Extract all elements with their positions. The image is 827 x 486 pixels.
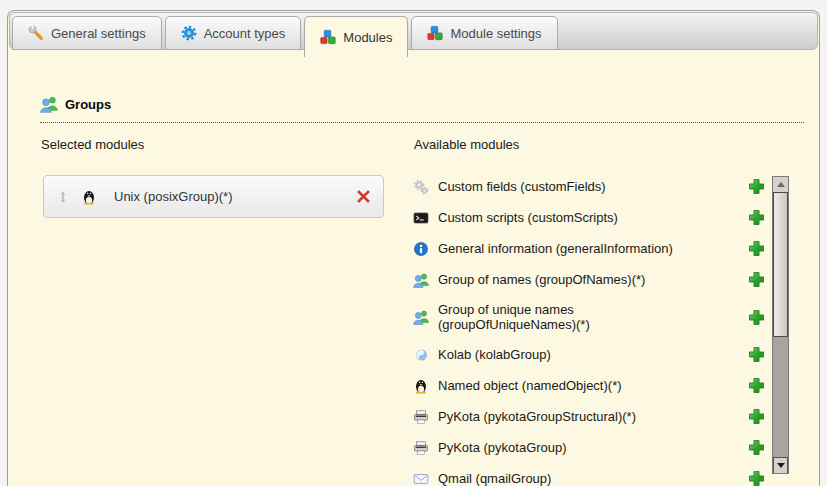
- tab-account-types[interactable]: Account types: [165, 16, 302, 50]
- scrollbar-up-button[interactable]: [773, 177, 788, 193]
- group-icon: [413, 309, 429, 325]
- groups-section-header: Groups: [40, 95, 804, 123]
- wrench-icon: [28, 25, 44, 41]
- module-label: Custom scripts (customScripts): [438, 210, 618, 225]
- section-title: Groups: [65, 97, 111, 112]
- module-label: Kolab (kolabGroup): [438, 347, 551, 362]
- add-module-button[interactable]: [748, 178, 765, 195]
- available-module-row: Kolab (kolabGroup): [413, 346, 765, 363]
- gears-icon: [413, 179, 429, 195]
- selected-modules-heading: Selected modules: [41, 137, 144, 152]
- plus-icon: [748, 408, 765, 425]
- move-handle-icon[interactable]: [56, 190, 70, 204]
- info-icon: [413, 241, 429, 257]
- plus-icon: [748, 346, 765, 363]
- plus-icon: [748, 178, 765, 195]
- available-modules-scrollbar[interactable]: [772, 176, 789, 474]
- available-module-row: Custom fields (customFields): [413, 178, 765, 195]
- available-modules-heading: Available modules: [414, 137, 519, 152]
- modules-icon: [320, 29, 336, 45]
- delete-icon: [356, 189, 371, 204]
- printer-icon: [413, 409, 429, 425]
- plus-icon: [748, 470, 765, 486]
- tux-icon: [413, 378, 429, 394]
- plus-icon: [748, 377, 765, 394]
- scrollbar-down-button[interactable]: [773, 457, 788, 473]
- scrollbar-thumb[interactable]: [773, 192, 788, 337]
- module-label: General information (generalInformation): [438, 241, 673, 256]
- tab-label: General settings: [51, 26, 146, 41]
- module-label: Group of unique names (groupOfUniqueName…: [438, 302, 638, 332]
- available-module-row: Named object (namedObject)(*): [413, 377, 765, 394]
- arrow-down-icon: [777, 463, 785, 468]
- module-label: PyKota (pykotaGroupStructural)(*): [438, 409, 636, 424]
- tab-label: Module settings: [450, 26, 541, 41]
- gear-icon: [181, 25, 197, 41]
- available-module-row: PyKota (pykotaGroupStructural)(*): [413, 408, 765, 425]
- groups-icon: [40, 95, 58, 113]
- tab-modules[interactable]: Modules: [304, 16, 408, 57]
- plus-icon: [748, 439, 765, 456]
- arrow-up-icon: [777, 182, 785, 187]
- available-module-row: PyKota (pykotaGroup): [413, 439, 765, 456]
- add-module-button[interactable]: [748, 309, 765, 326]
- group-icon: [413, 272, 429, 288]
- tab-label: Account types: [204, 26, 286, 41]
- remove-module-button[interactable]: [356, 189, 371, 204]
- modules-icon: [427, 25, 443, 41]
- plus-icon: [748, 271, 765, 288]
- add-module-button[interactable]: [748, 346, 765, 363]
- add-module-button[interactable]: [748, 271, 765, 288]
- module-label: Custom fields (customFields): [438, 179, 606, 194]
- tux-icon: [81, 189, 97, 205]
- tab-bar: General settings Account types Modules M…: [9, 12, 818, 50]
- settings-panel: General settings Account types Modules M…: [7, 10, 820, 486]
- available-module-row: Custom scripts (customScripts): [413, 209, 765, 226]
- tab-module-settings[interactable]: Module settings: [411, 16, 557, 50]
- module-label: Named object (namedObject)(*): [438, 378, 622, 393]
- module-label: Qmail (qmailGroup): [438, 471, 551, 486]
- tab-general-settings[interactable]: General settings: [12, 16, 162, 50]
- module-label: PyKota (pykotaGroup): [438, 440, 567, 455]
- selected-module-row[interactable]: Unix (posixGroup)(*): [43, 175, 384, 218]
- add-module-button[interactable]: [748, 377, 765, 394]
- selected-module-label: Unix (posixGroup)(*): [114, 189, 356, 204]
- available-modules-list: Custom fields (customFields) Custom scri…: [413, 178, 765, 486]
- printer-icon: [413, 440, 429, 456]
- add-module-button[interactable]: [748, 240, 765, 257]
- available-module-row: Qmail (qmailGroup): [413, 470, 765, 486]
- kolab-icon: [413, 347, 429, 363]
- add-module-button[interactable]: [748, 439, 765, 456]
- available-module-row: General information (generalInformation): [413, 240, 765, 257]
- add-module-button[interactable]: [748, 470, 765, 486]
- plus-icon: [748, 309, 765, 326]
- add-module-button[interactable]: [748, 209, 765, 226]
- module-label: Group of names (groupOfNames)(*): [438, 272, 645, 287]
- tab-label: Modules: [343, 30, 392, 45]
- terminal-icon: [413, 210, 429, 226]
- plus-icon: [748, 209, 765, 226]
- available-module-row: Group of names (groupOfNames)(*): [413, 271, 765, 288]
- add-module-button[interactable]: [748, 408, 765, 425]
- available-module-row: Group of unique names (groupOfUniqueName…: [413, 302, 765, 332]
- plus-icon: [748, 240, 765, 257]
- envelope-icon: [413, 471, 429, 486]
